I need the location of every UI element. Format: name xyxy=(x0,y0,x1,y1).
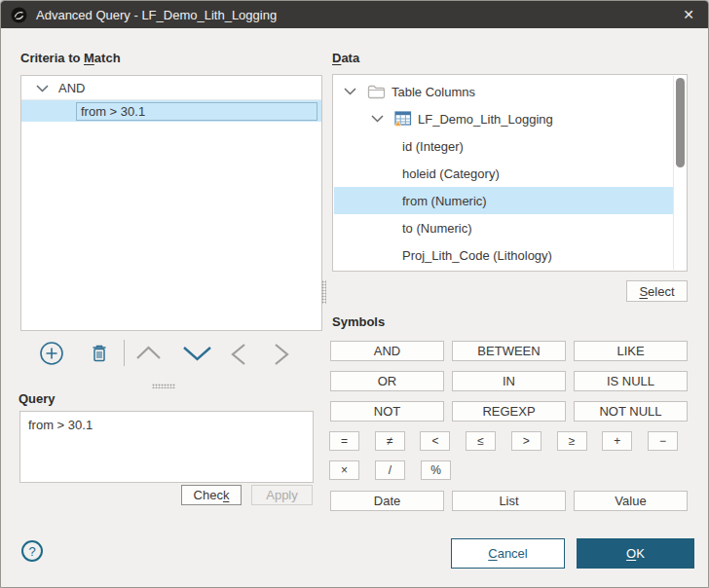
data-label: Data xyxy=(332,51,359,65)
operator-greater-equal-button[interactable]: ≥ xyxy=(557,431,587,451)
criteria-root-and[interactable]: AND xyxy=(21,76,321,100)
tree-item-label: from (Numeric) xyxy=(402,194,487,208)
tree-item-id[interactable]: id (Integer) xyxy=(334,132,674,160)
label-part: Criteria to xyxy=(20,51,84,65)
tree-item-lf-demo-lith-logging[interactable]: LF_Demo_Lith_Logging xyxy=(334,105,674,132)
tree-item-to[interactable]: to (Numeric) xyxy=(334,214,674,241)
operator-less-equal-button[interactable]: ≤ xyxy=(466,431,496,451)
move-right-button[interactable] xyxy=(274,343,289,370)
chevron-down-icon[interactable] xyxy=(344,88,356,95)
symbol-not-button[interactable]: NOT xyxy=(330,401,444,422)
operator-modulo-button[interactable]: % xyxy=(421,460,451,480)
operator-equals-button[interactable]: = xyxy=(329,431,359,451)
tree-item-label: Table Columns xyxy=(392,85,475,99)
label-part: k xyxy=(223,488,230,502)
apply-button[interactable]: Apply xyxy=(251,485,313,505)
criteria-tree: AND from > 30.1 xyxy=(20,75,322,331)
toolbar-divider xyxy=(124,340,125,366)
tree-item-label: LF_Demo_Lith_Logging xyxy=(418,112,553,127)
select-button[interactable]: Select xyxy=(626,280,688,302)
cancel-label: Cancel xyxy=(488,546,527,561)
chevron-right-icon xyxy=(274,343,289,370)
label-part: O xyxy=(626,546,636,561)
scrollbar-thumb[interactable] xyxy=(676,78,685,167)
move-down-button[interactable] xyxy=(182,346,212,365)
operator-greater-than-button[interactable]: > xyxy=(511,431,541,451)
symbol-in-button[interactable]: IN xyxy=(452,371,566,391)
operator-minus-button[interactable]: − xyxy=(648,431,678,451)
symbol-and-button[interactable]: AND xyxy=(330,341,444,361)
value-button-row: Date List Value xyxy=(330,491,688,511)
symbol-keyword-grid: AND BETWEEN LIKE OR IN IS NULL NOT REGEX… xyxy=(330,341,688,422)
table-icon xyxy=(394,111,412,127)
check-label: Check xyxy=(194,488,230,502)
criteria-item-value[interactable]: from > 30.1 xyxy=(76,102,317,121)
symbols-label: Symbols xyxy=(332,314,385,329)
data-tree: Table Columns LF_Demo_Lith_Logging xyxy=(332,74,688,272)
title-bar: Advanced Query - LF_Demo_Lith_Logging ✕ xyxy=(1,1,709,28)
tree-item-label: Proj_Lith_Code (Lithology) xyxy=(402,248,552,263)
criteria-root-label: AND xyxy=(58,81,85,95)
operator-row-1: = ≠ < ≤ > ≥ + − xyxy=(329,431,678,451)
ok-button[interactable]: OK xyxy=(577,538,694,569)
move-up-button[interactable] xyxy=(135,346,162,364)
label-part: D xyxy=(332,51,341,65)
symbol-regexp-button[interactable]: REGEXP xyxy=(452,401,566,422)
label-part: Chec xyxy=(194,488,223,502)
query-textarea[interactable]: from > 30.1 xyxy=(19,411,314,483)
tree-item-table-columns[interactable]: Table Columns xyxy=(334,78,674,105)
plus-circle-icon xyxy=(38,340,65,371)
operator-divide-button[interactable]: / xyxy=(375,460,405,480)
cancel-button[interactable]: Cancel xyxy=(451,538,565,569)
vertical-splitter-handle[interactable] xyxy=(321,280,326,304)
symbol-between-button[interactable]: BETWEEN xyxy=(452,341,566,361)
tree-item-label: id (Integer) xyxy=(402,139,464,154)
tree-item-label: holeid (Category) xyxy=(402,166,500,181)
label-part: ancel xyxy=(498,546,528,561)
date-button[interactable]: Date xyxy=(330,491,444,511)
help-button[interactable]: ? xyxy=(21,540,43,562)
close-button[interactable]: ✕ xyxy=(667,1,709,28)
tree-item-holeid[interactable]: holeid (Category) xyxy=(334,160,674,187)
operator-plus-button[interactable]: + xyxy=(602,431,632,451)
value-button[interactable]: Value xyxy=(574,491,688,511)
query-label: Query xyxy=(19,391,56,406)
criteria-item-from[interactable]: from > 30.1 xyxy=(21,100,321,122)
label-part: S xyxy=(639,284,648,299)
chevron-up-icon xyxy=(135,346,162,364)
operator-multiply-button[interactable]: × xyxy=(329,460,359,480)
label-part: elect xyxy=(648,284,674,299)
symbol-or-button[interactable]: OR xyxy=(330,371,444,391)
question-icon: ? xyxy=(28,544,35,559)
operator-less-than-button[interactable]: < xyxy=(420,431,450,451)
move-left-button[interactable] xyxy=(231,343,246,370)
horizontal-splitter-handle[interactable] xyxy=(152,384,175,388)
folder-icon xyxy=(367,85,386,99)
trash-icon xyxy=(87,340,112,371)
chevron-down-icon[interactable] xyxy=(371,115,384,123)
tree-item-proj-lith-code[interactable]: Proj_Lith_Code (Lithology) xyxy=(334,241,674,269)
add-criteria-button[interactable] xyxy=(38,340,65,371)
label-part: K xyxy=(636,546,645,561)
tree-scrollbar[interactable] xyxy=(673,76,686,270)
select-label: Select xyxy=(639,284,674,299)
leapfrog-app-icon xyxy=(11,7,27,23)
chevron-left-icon xyxy=(231,343,246,370)
symbol-not-null-button[interactable]: NOT NULL xyxy=(574,401,688,422)
chevron-down-icon xyxy=(182,346,212,365)
operator-not-equals-button[interactable]: ≠ xyxy=(375,431,405,451)
dialog-title: Advanced Query - LF_Demo_Lith_Logging xyxy=(36,8,277,22)
tree-item-label: to (Numeric) xyxy=(402,221,472,236)
label-part: M xyxy=(84,51,94,65)
data-tree-content: Table Columns LF_Demo_Lith_Logging xyxy=(334,78,674,269)
delete-criteria-button[interactable] xyxy=(87,340,112,371)
criteria-to-match-label: Criteria to Match xyxy=(20,51,121,65)
chevron-down-icon[interactable] xyxy=(36,81,49,95)
list-button[interactable]: List xyxy=(452,491,566,511)
check-button[interactable]: Check xyxy=(181,485,242,505)
symbol-is-null-button[interactable]: IS NULL xyxy=(574,371,688,391)
tree-item-from[interactable]: from (Numeric) xyxy=(334,187,674,214)
label-part: atch xyxy=(94,51,121,65)
symbol-like-button[interactable]: LIKE xyxy=(574,341,688,361)
close-icon: ✕ xyxy=(683,7,694,22)
